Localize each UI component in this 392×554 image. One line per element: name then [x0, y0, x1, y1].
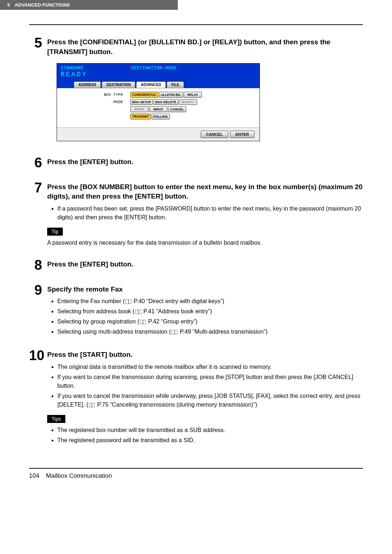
- step-6: 6 Press the [ENTER] button.: [29, 156, 363, 170]
- step10-tip1: The registered box number will be transm…: [57, 426, 363, 435]
- label-boxtype: BOX TYPE: [61, 93, 130, 97]
- page-number: 104: [29, 472, 39, 479]
- footer-divider: [29, 468, 363, 469]
- step9-b3: Selecting by group registration ( P.42 “…: [57, 317, 363, 326]
- book-icon: [172, 330, 177, 334]
- tip-label: Tip: [47, 228, 63, 236]
- sc-destination: DESTINATION:0000: [131, 65, 176, 78]
- btn-relay[interactable]: RELAY: [184, 92, 202, 98]
- btn-input[interactable]: INPUT: [149, 106, 167, 112]
- sc-ready: READY: [61, 71, 87, 78]
- device-screenshot: STANDARD READY DESTINATION:0000 ADDRESS …: [57, 63, 260, 141]
- book-icon: [126, 300, 131, 304]
- step-number: 7: [29, 181, 47, 247]
- btn-print[interactable]: PRINT: [130, 106, 148, 112]
- step-title: Press the [START] button.: [47, 350, 363, 360]
- book-icon: [140, 320, 146, 324]
- step7-bullet1: If a password has been set, press the [P…: [57, 204, 363, 222]
- step10-b3: If you want to cancel the transmission w…: [57, 392, 363, 409]
- step-number: 9: [29, 283, 47, 338]
- chapter-title: ADVANCED FUNCTIONS: [15, 2, 70, 8]
- btn-transmit[interactable]: TRANSMIT: [130, 114, 151, 119]
- step10-b2: If you want to cancel the transmission d…: [57, 373, 363, 390]
- step-9: 9 Specify the remote Fax Entering the Fa…: [29, 283, 363, 338]
- tab-file[interactable]: FILE: [167, 81, 184, 88]
- step-10: 10 Press the [START] button. The origina…: [29, 349, 363, 446]
- btn-confidential[interactable]: CONFIDENTIAL: [130, 92, 158, 98]
- btn-boxsetup[interactable]: BOX SETUP: [130, 99, 153, 105]
- sc-standard: STANDARD: [61, 65, 83, 71]
- top-divider: [29, 24, 363, 25]
- btn-cancel[interactable]: CANCEL: [201, 131, 228, 138]
- page-header: 5 ADVANCED FUNCTIONS: [0, 0, 178, 10]
- step-title: Press the [ENTER] button.: [47, 260, 363, 269]
- book-icon: [135, 310, 141, 314]
- step9-b2: Selecting from address book ( P.41 “Addr…: [57, 307, 363, 316]
- btn-polling[interactable]: POLLING: [152, 114, 170, 119]
- step-title: Specify the remote Fax: [47, 285, 363, 294]
- step10-b1: The original data is transmitted to the …: [57, 363, 363, 371]
- book-icon: [89, 403, 95, 407]
- step10-tip2: The registered password will be transmit…: [57, 436, 363, 445]
- tips-label: Tips: [47, 415, 65, 423]
- btn-modify[interactable]: MODIFY: [179, 99, 197, 105]
- tab-advanced[interactable]: ADVANCED: [136, 81, 166, 88]
- btn-boxdelete[interactable]: BOX DELETE: [154, 99, 178, 105]
- tip-text: A password entry is necessary for the da…: [47, 239, 363, 247]
- tab-address[interactable]: ADDRESS: [74, 81, 101, 88]
- step-8: 8 Press the [ENTER] button.: [29, 258, 363, 272]
- step9-b1: Entering the Fax number ( P.40 “Direct e…: [57, 297, 363, 306]
- btn-bulletin[interactable]: ULLETIN BD.: [159, 92, 183, 98]
- step-title: Press the [BOX NUMBER] button to enter t…: [47, 182, 363, 201]
- step-number: 6: [29, 156, 47, 170]
- step-7: 7 Press the [BOX NUMBER] button to enter…: [29, 181, 363, 247]
- btn-cancel-small[interactable]: CANCEL: [168, 106, 186, 112]
- step-title: Press the [CONFIDENTIAL] (or [BULLETIN B…: [47, 37, 363, 57]
- btn-enter[interactable]: ENTER: [230, 131, 254, 138]
- step-number: 10: [29, 349, 47, 446]
- step-5: 5 Press the [CONFIDENTIAL] (or [BULLETIN…: [29, 36, 363, 145]
- page-footer: 104 Mailbox Communication: [29, 472, 363, 480]
- step-number: 5: [29, 36, 47, 145]
- chapter-number: 5: [7, 2, 10, 8]
- label-mode: MODE: [61, 100, 130, 104]
- step-number: 8: [29, 258, 47, 272]
- footer-section: Mailbox Communication: [46, 472, 112, 479]
- tab-destination[interactable]: DESTINATION: [102, 81, 135, 88]
- step9-b4: Selecting using multi-address transmissi…: [57, 327, 363, 336]
- step-title: Press the [ENTER] button.: [47, 157, 363, 167]
